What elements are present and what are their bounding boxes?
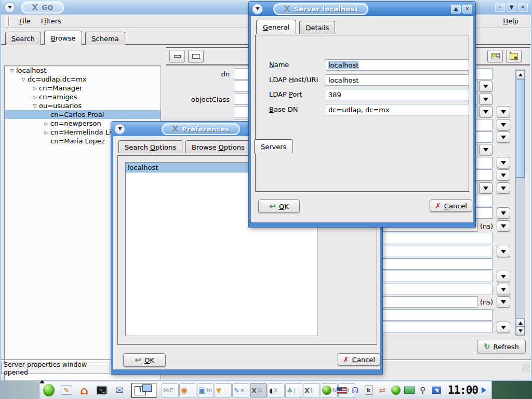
window-menu-button[interactable]	[252, 4, 263, 15]
expander-closed-icon[interactable]: ▷	[42, 121, 50, 126]
attribute-options-button[interactable]	[479, 144, 493, 155]
tab-details[interactable]: Details	[299, 21, 335, 34]
tray-us-flag[interactable]	[336, 384, 348, 396]
collapse-values-button[interactable]	[169, 50, 185, 62]
ldap-port-field[interactable]: 389	[326, 89, 469, 100]
cancel-button[interactable]: ✗ Cancel	[338, 353, 380, 366]
task-button-x-app[interactable]: XL	[303, 383, 320, 397]
window-menu-button[interactable]	[114, 124, 125, 135]
launcher-mail-client[interactable]: ✉	[112, 383, 127, 397]
shade-button[interactable]: ▲	[451, 5, 461, 14]
menubar-grip[interactable]	[6, 17, 10, 26]
panel-expand-arrow-icon[interactable]	[482, 387, 489, 393]
name-field[interactable]: localhost	[326, 59, 469, 71]
tab-browse-options[interactable]: Browse Options	[185, 140, 251, 153]
tray-power-plug[interactable]: ⚲	[417, 384, 429, 396]
scroll-up-button-2[interactable]	[516, 318, 525, 327]
tray-remote-desktop[interactable]: ◥	[431, 384, 442, 396]
tray-audio-plug[interactable]: ☊	[350, 384, 361, 396]
attribute-options-button[interactable]	[497, 220, 510, 232]
attribute-options-button[interactable]	[497, 296, 510, 308]
attribute-options-button[interactable]	[497, 271, 510, 282]
ok-button[interactable]: ↩ OK	[258, 200, 300, 213]
tree-item[interactable]: cn=Carlos Proal	[5, 110, 161, 119]
tree-item[interactable]: ▷cn=Manager	[5, 84, 161, 92]
task-button-firefox[interactable]: ◉	[179, 383, 196, 397]
tray-suse[interactable]	[390, 384, 402, 396]
base-dn-field[interactable]: dc=udlap, dc=mx	[326, 104, 469, 115]
server-titlebar[interactable]: X Server localhost ▲ ✕	[249, 2, 475, 16]
task-button-x-app[interactable]: XG	[250, 383, 267, 397]
attribute-options-button[interactable]	[479, 182, 493, 194]
launcher-suse-menu[interactable]	[42, 383, 56, 397]
menu-filters[interactable]: Filters	[36, 16, 66, 26]
attributes-scrollbar[interactable]	[515, 70, 525, 336]
attribute-options-button[interactable]	[497, 182, 510, 194]
cancel-button[interactable]: ✗ Cancel	[430, 200, 472, 212]
tab-servers[interactable]: Servers	[254, 139, 293, 153]
close-button[interactable]: ✕	[462, 5, 472, 14]
resize-grip[interactable]	[522, 364, 530, 372]
attribute-options-button[interactable]	[497, 207, 510, 219]
workspace-pager[interactable]: 1	[131, 383, 156, 398]
task-button-mail[interactable]: ✉E	[162, 383, 179, 397]
attribute-options-button[interactable]	[497, 322, 510, 333]
tab-browse[interactable]: Browse	[44, 31, 82, 45]
tree-item[interactable]: ▽localhost	[5, 66, 161, 75]
expander-open-icon[interactable]: ▽	[19, 77, 28, 82]
expander-open-icon[interactable]: ▽	[8, 68, 16, 73]
expand-values-button[interactable]	[188, 50, 204, 62]
attribute-options-button[interactable]	[497, 246, 510, 257]
attribute-options-button[interactable]	[479, 106, 493, 117]
tree-item[interactable]: ▽ou=usuarios	[5, 101, 161, 110]
scrollbar-thumb[interactable]	[516, 79, 525, 178]
task-button-apps[interactable]: ♣J	[285, 383, 302, 397]
attribute-options-button[interactable]	[497, 157, 510, 168]
attribute-options-button[interactable]	[479, 81, 493, 92]
tab-search-options[interactable]: Search Options	[118, 140, 182, 153]
attribute-options-button[interactable]	[497, 131, 510, 143]
expander-closed-icon[interactable]: ▷	[31, 86, 39, 91]
menu-file[interactable]: File	[14, 16, 36, 26]
launcher-text-editor[interactable]: ✎	[59, 383, 74, 397]
attribute-options-button[interactable]	[497, 119, 510, 130]
attribute-options-button[interactable]	[479, 94, 493, 105]
task-button-download[interactable]: ▼	[215, 383, 232, 397]
refresh-icon: ↻	[484, 342, 490, 351]
tree-item[interactable]: ▽dc=udlap,dc=mx	[5, 75, 161, 84]
scroll-down-button[interactable]	[516, 327, 525, 335]
tab-search[interactable]: Search	[5, 32, 41, 45]
launcher-terminal[interactable]: >_	[95, 383, 109, 397]
show-all-attributes-button[interactable]	[487, 50, 503, 62]
panel-hide-button[interactable]	[39, 377, 45, 383]
task-button-suse[interactable]: N	[321, 383, 338, 397]
attribute-options-button[interactable]	[497, 284, 510, 295]
tree-item[interactable]: ▷cn=amigos	[5, 92, 161, 101]
tray-klipper[interactable]: k	[363, 384, 375, 396]
minimize-button[interactable]: –	[495, 3, 505, 12]
tray-sync[interactable]: ⇄	[377, 384, 388, 396]
menu-help[interactable]: Help	[498, 16, 524, 26]
tree-item-label: cn=Maria Lopez	[50, 137, 105, 145]
launcher-home[interactable]: ⌂	[77, 383, 91, 397]
tab-schema[interactable]: Schema	[85, 32, 125, 45]
ok-button[interactable]: ↩ OK	[123, 353, 166, 367]
tab-general[interactable]: General	[256, 20, 296, 34]
new-entry-button[interactable]	[506, 50, 522, 62]
attribute-options-button[interactable]	[497, 169, 510, 181]
server-dialog-title: Server localhost	[294, 5, 358, 13]
task-button-folder[interactable]: ▣in	[197, 383, 214, 397]
shade-button[interactable]: ▼	[507, 3, 516, 12]
tray-network-card[interactable]	[404, 384, 415, 396]
expander-closed-icon[interactable]: ▷	[42, 130, 50, 135]
window-menu-button[interactable]	[4, 2, 15, 13]
refresh-button[interactable]: ↻ Refresh	[477, 340, 526, 353]
scroll-up-button[interactable]	[516, 70, 525, 78]
expander-closed-icon[interactable]: ▷	[31, 95, 39, 100]
ldap-host-field[interactable]: localhost	[326, 74, 469, 86]
expander-open-icon[interactable]: ▽	[31, 103, 39, 109]
attribute-options-button[interactable]	[497, 106, 510, 117]
task-button-media[interactable]: ◖X	[268, 383, 285, 397]
task-button-paint[interactable]: ✎a	[232, 383, 249, 397]
close-button[interactable]: ✕	[518, 3, 528, 12]
